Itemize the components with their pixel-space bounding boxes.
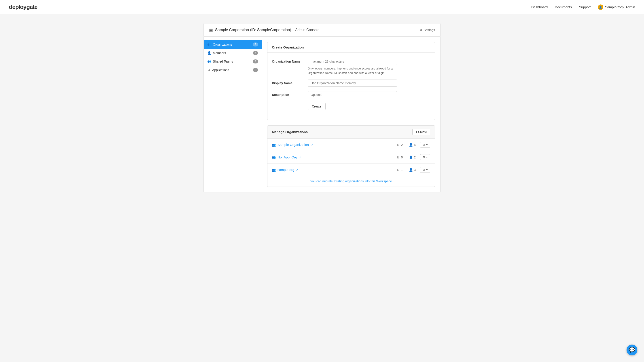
members-badge: 4 bbox=[253, 51, 258, 55]
display-name-label: Display Name bbox=[272, 79, 308, 85]
manage-orgs-header: Manage Organizations + Create bbox=[268, 126, 435, 139]
create-button-row: Create bbox=[272, 103, 430, 110]
workspace-name: Sample Corporation (ID: SampleCorporatio… bbox=[215, 28, 291, 32]
logo[interactable]: deploygate bbox=[9, 3, 37, 10]
org-stats: 🖥 1 👤 3 bbox=[397, 168, 416, 172]
top-navigation: deploygate Dashboard Documents Support 👤… bbox=[0, 0, 644, 14]
settings-icon: ⚙ bbox=[422, 143, 425, 146]
page-container: ▦ Sample Corporation (ID: SampleCorporat… bbox=[199, 23, 445, 192]
table-row: 👥 No_App_Org ↗ 🖥 0 👤 2 bbox=[268, 151, 435, 164]
settings-icon: ⚙ bbox=[422, 168, 425, 171]
org-name-cell: 👥 sample-org ↗ bbox=[272, 168, 397, 172]
settings-link[interactable]: ⚙ Settings bbox=[420, 28, 435, 32]
sidebar-item-applications[interactable]: 🖥 Applications 3 bbox=[204, 66, 262, 74]
nav-links: Dashboard Documents Support 👤 SampleCorp… bbox=[531, 4, 635, 10]
org-apps-count: 1 bbox=[401, 168, 403, 172]
org-name-cell: 👥 No_App_Org ↗ bbox=[272, 155, 397, 159]
org-members-count: 4 bbox=[414, 143, 416, 147]
logo-light: deploy bbox=[9, 3, 26, 10]
create-org-form-body: Organization Name Only letters, numbers,… bbox=[268, 52, 435, 120]
org-group-icon: 👥 bbox=[272, 168, 276, 172]
org-link-sample-org[interactable]: sample-org bbox=[278, 168, 294, 172]
org-link-sample-organization[interactable]: Sample Organization bbox=[278, 143, 309, 147]
workspace-header: ▦ Sample Corporation (ID: SampleCorporat… bbox=[204, 23, 440, 36]
org-apps-stat: 🖥 0 bbox=[397, 156, 403, 159]
sidebar-label-shared-teams: Shared Teams bbox=[213, 60, 233, 63]
org-settings-dropdown-button[interactable]: ⚙ ▾ bbox=[420, 167, 430, 173]
sidebar: 👥 Organizations 3 👤 Members 4 👥 Shared T… bbox=[204, 37, 262, 192]
members-icon: 👤 bbox=[207, 51, 211, 55]
create-org-title: Create Organization bbox=[272, 45, 304, 49]
manage-organizations-section: Manage Organizations + Create 👥 Sample O… bbox=[267, 125, 435, 187]
create-organization-section: Create Organization Organization Name On… bbox=[267, 42, 435, 120]
table-row: 👥 Sample Organization ↗ 🖥 2 👤 4 bbox=[268, 139, 435, 151]
applications-icon: 🖥 bbox=[207, 68, 210, 72]
display-name-row: Display Name bbox=[272, 79, 430, 87]
table-row: 👥 sample-org ↗ 🖥 1 👤 3 bbox=[268, 164, 435, 176]
caret-down-icon: ▾ bbox=[426, 143, 428, 146]
members-stat-icon: 👤 bbox=[409, 143, 413, 147]
caret-down-icon: ▾ bbox=[426, 156, 428, 159]
sidebar-item-shared-teams-left: 👥 Shared Teams bbox=[207, 60, 233, 63]
org-apps-count: 2 bbox=[401, 143, 403, 147]
org-members-count: 2 bbox=[414, 156, 416, 159]
shared-teams-icon: 👥 bbox=[207, 60, 211, 63]
create-button-field: Create bbox=[308, 103, 430, 110]
members-stat-icon: 👤 bbox=[409, 156, 413, 159]
org-name-cell: 👥 Sample Organization ↗ bbox=[272, 143, 397, 147]
shared-teams-badge: 3 bbox=[253, 59, 258, 63]
external-link-icon: ↗ bbox=[296, 168, 298, 171]
external-link-icon: ↗ bbox=[299, 156, 301, 159]
org-name-input[interactable] bbox=[308, 58, 397, 65]
sidebar-item-shared-teams[interactable]: 👥 Shared Teams 3 bbox=[204, 57, 262, 66]
sidebar-item-organizations-left: 👥 Organizations bbox=[207, 43, 232, 46]
description-field bbox=[308, 91, 430, 98]
user-avatar-icon: 👤 bbox=[598, 4, 603, 10]
create-org-button[interactable]: Create bbox=[308, 103, 326, 110]
external-link-icon: ↗ bbox=[310, 143, 313, 146]
migrate-link[interactable]: You can migrate existing organizations i… bbox=[310, 179, 392, 183]
logo-bold: gate bbox=[26, 3, 37, 10]
org-name-field: Only letters, numbers, hyphens and under… bbox=[308, 58, 430, 75]
org-stats: 🖥 2 👤 4 bbox=[397, 143, 416, 147]
admin-console-badge: Admin Console bbox=[295, 28, 320, 32]
org-name-hint: Only letters, numbers, hyphens and under… bbox=[308, 66, 397, 75]
organizations-icon: 👥 bbox=[207, 43, 211, 46]
create-button-spacer bbox=[272, 103, 308, 105]
apps-stat-icon: 🖥 bbox=[397, 168, 400, 172]
username-label: SampleCorp_Admin bbox=[605, 5, 635, 9]
content-area: Create Organization Organization Name On… bbox=[262, 37, 440, 192]
org-apps-count: 0 bbox=[401, 156, 403, 159]
nav-support[interactable]: Support bbox=[579, 5, 591, 9]
sidebar-item-applications-left: 🖥 Applications bbox=[207, 68, 229, 72]
settings-label: Settings bbox=[424, 28, 435, 32]
org-apps-stat: 🖥 1 bbox=[397, 168, 403, 172]
org-members-stat: 👤 4 bbox=[409, 143, 416, 147]
org-members-count: 3 bbox=[414, 168, 416, 172]
main-layout: 👥 Organizations 3 👤 Members 4 👥 Shared T… bbox=[204, 36, 440, 192]
sidebar-item-members[interactable]: 👤 Members 4 bbox=[204, 49, 262, 57]
org-members-stat: 👤 2 bbox=[409, 156, 416, 159]
display-name-input[interactable] bbox=[308, 79, 397, 87]
org-members-stat: 👤 3 bbox=[409, 168, 416, 172]
description-label: Description bbox=[272, 91, 308, 96]
sidebar-label-members: Members bbox=[213, 51, 226, 55]
org-stats: 🖥 0 👤 2 bbox=[397, 156, 416, 159]
org-link-no-app-org[interactable]: No_App_Org bbox=[278, 155, 297, 159]
org-group-icon: 👥 bbox=[272, 143, 276, 147]
nav-documents[interactable]: Documents bbox=[555, 5, 572, 9]
org-settings-dropdown-button[interactable]: ⚙ ▾ bbox=[420, 142, 430, 148]
manage-orgs-title: Manage Organizations bbox=[272, 130, 308, 134]
org-apps-stat: 🖥 2 bbox=[397, 143, 403, 147]
description-input[interactable] bbox=[308, 91, 397, 98]
manage-orgs-create-button[interactable]: + Create bbox=[412, 129, 430, 135]
nav-dashboard[interactable]: Dashboard bbox=[531, 5, 548, 9]
sidebar-item-organizations[interactable]: 👥 Organizations 3 bbox=[204, 40, 262, 49]
workspace-title: ▦ Sample Corporation (ID: SampleCorporat… bbox=[209, 27, 320, 32]
sidebar-label-applications: Applications bbox=[212, 68, 229, 72]
apps-stat-icon: 🖥 bbox=[397, 156, 400, 159]
org-settings-dropdown-button[interactable]: ⚙ ▾ bbox=[420, 154, 430, 160]
nav-user[interactable]: 👤 SampleCorp_Admin bbox=[598, 4, 635, 10]
create-org-header: Create Organization bbox=[268, 42, 435, 52]
description-row: Description bbox=[272, 91, 430, 98]
